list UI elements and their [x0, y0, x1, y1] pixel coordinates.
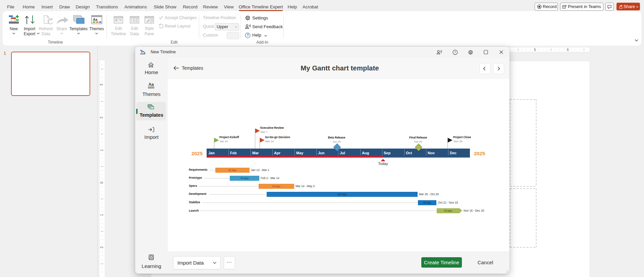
svg-text:Aa: Aa: [93, 17, 98, 21]
svg-text:?: ?: [247, 34, 249, 37]
svg-text:1: 1: [100, 149, 104, 151]
svg-text:2: 2: [100, 246, 104, 248]
svg-text:0: 0: [100, 182, 104, 184]
svg-text:?: ?: [454, 50, 456, 54]
svg-text:6: 6: [567, 48, 569, 52]
svg-text:Aa: Aa: [149, 82, 154, 87]
svg-text:5: 5: [534, 48, 536, 52]
svg-text:2: 2: [100, 117, 103, 119]
svg-text:1: 1: [100, 214, 104, 216]
svg-text:3: 3: [100, 84, 103, 86]
svg-text:T: T: [563, 5, 565, 8]
